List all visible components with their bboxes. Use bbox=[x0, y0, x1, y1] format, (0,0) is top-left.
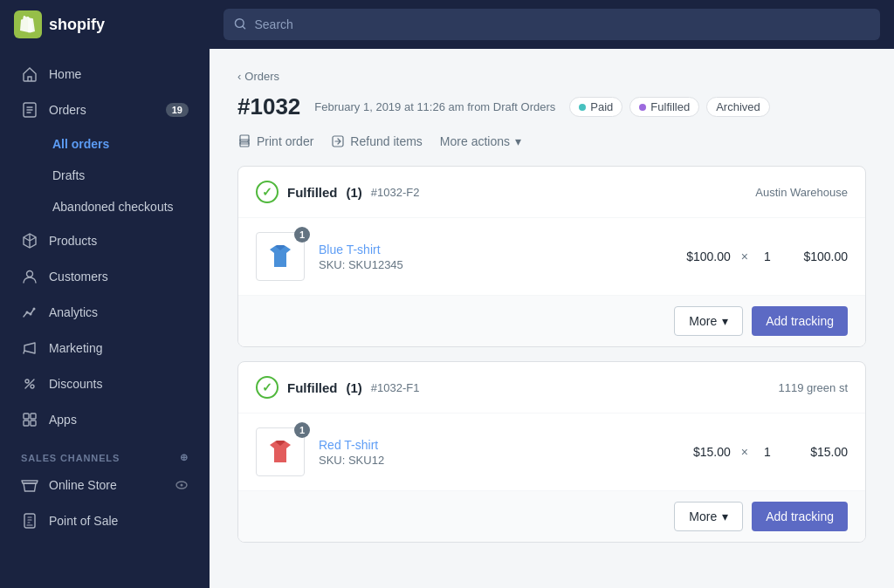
sidebar-label-analytics: Analytics bbox=[49, 305, 98, 319]
price-total-2: $15.00 bbox=[787, 445, 848, 459]
search-bar[interactable] bbox=[224, 9, 880, 40]
product-sku-1: SKU: SKU12345 bbox=[319, 258, 664, 271]
logo-text: shopify bbox=[49, 16, 105, 34]
print-order-button[interactable]: Print order bbox=[237, 134, 313, 148]
order-header: #1032 February 1, 2019 at 11:26 am from … bbox=[237, 93, 866, 120]
price-qty-1: 1 bbox=[759, 250, 776, 263]
fulfill-label-1: Fulfilled bbox=[287, 185, 338, 200]
product-price-2: $15.00 bbox=[678, 445, 731, 459]
fulfillment-card-1: ✓ Fulfilled (1) #1032-F2 Austin Warehous… bbox=[237, 166, 866, 347]
product-sku-2: SKU: SKU12 bbox=[319, 454, 664, 467]
product-img-wrap-1: 1 bbox=[256, 232, 305, 281]
more-chevron-1: ▾ bbox=[722, 314, 728, 328]
check-circle-1: ✓ bbox=[256, 181, 279, 203]
refund-items-button[interactable]: Refund items bbox=[331, 134, 422, 148]
sidebar-label-pos: Point of Sale bbox=[49, 514, 118, 528]
paid-label: Paid bbox=[590, 100, 613, 113]
order-meta: February 1, 2019 at 11:26 am from Draft … bbox=[314, 100, 555, 113]
orders-icon bbox=[21, 101, 38, 119]
svg-rect-12 bbox=[31, 420, 36, 426]
product-name-1[interactable]: Blue T-shirt bbox=[319, 243, 664, 256]
main-content: ‹ Orders #1032 February 1, 2019 at 11:26… bbox=[210, 49, 894, 588]
sidebar-item-analytics[interactable]: Analytics bbox=[7, 295, 203, 330]
price-multiply-1: × bbox=[741, 250, 748, 263]
fulfill-count-2: (1) bbox=[347, 380, 362, 395]
svg-point-14 bbox=[181, 484, 183, 487]
sidebar-item-orders[interactable]: Orders 19 bbox=[7, 92, 203, 127]
add-sales-channel-button[interactable]: ⊕ bbox=[180, 452, 189, 463]
sidebar-item-pos[interactable]: Point of Sale bbox=[7, 503, 203, 538]
breadcrumb[interactable]: ‹ Orders bbox=[237, 70, 866, 83]
add-tracking-button-2[interactable]: Add tracking bbox=[752, 502, 848, 531]
svg-point-18 bbox=[247, 140, 249, 142]
svg-point-3 bbox=[27, 271, 33, 277]
sidebar-label-products: Products bbox=[49, 234, 97, 248]
svg-rect-9 bbox=[24, 414, 29, 419]
order-number: #1032 bbox=[237, 93, 300, 120]
status-badge-paid: Paid bbox=[569, 97, 622, 117]
svg-point-8 bbox=[31, 385, 34, 388]
svg-rect-10 bbox=[31, 414, 36, 419]
svg-point-5 bbox=[30, 313, 32, 316]
sidebar-item-abandoned[interactable]: Abandoned checkouts bbox=[7, 191, 203, 222]
product-pricing-1: $100.00 × 1 $100.00 bbox=[678, 250, 848, 263]
sidebar-item-apps[interactable]: Apps bbox=[7, 402, 203, 437]
product-name-2[interactable]: Red T-shirt bbox=[319, 438, 664, 452]
search-icon bbox=[234, 17, 247, 31]
svg-rect-16 bbox=[240, 135, 249, 141]
blue-tshirt-icon bbox=[263, 239, 298, 274]
orders-badge: 19 bbox=[166, 103, 189, 117]
more-button-2[interactable]: More ▾ bbox=[674, 502, 743, 531]
fulfill-count-1: (1) bbox=[347, 185, 362, 200]
shopify-logo-icon bbox=[14, 10, 42, 38]
svg-rect-11 bbox=[24, 420, 29, 426]
sidebar-item-drafts[interactable]: Drafts bbox=[7, 160, 203, 191]
store-icon bbox=[21, 476, 38, 494]
price-multiply-2: × bbox=[741, 445, 748, 459]
warehouse-label-2: 1119 green st bbox=[778, 381, 848, 394]
price-qty-2: 1 bbox=[759, 445, 776, 459]
red-tshirt-icon bbox=[263, 434, 298, 469]
price-total-1: $100.00 bbox=[787, 250, 848, 263]
top-nav: shopify bbox=[0, 0, 894, 49]
sidebar-item-discounts[interactable]: Discounts bbox=[7, 366, 203, 401]
products-icon bbox=[21, 232, 38, 250]
sidebar-label-online-store: Online Store bbox=[49, 478, 117, 492]
fulfillment-header-1: ✓ Fulfilled (1) #1032-F2 Austin Warehous… bbox=[238, 167, 865, 218]
fulfillment-title-2: ✓ Fulfilled (1) #1032-F1 bbox=[256, 376, 420, 399]
fulfilled-dot bbox=[639, 104, 646, 111]
product-qty-badge-1: 1 bbox=[294, 227, 310, 243]
warehouse-label-1: Austin Warehouse bbox=[755, 186, 848, 199]
check-circle-2: ✓ bbox=[256, 376, 279, 399]
more-actions-button[interactable]: More actions ▾ bbox=[440, 134, 521, 148]
more-button-1[interactable]: More ▾ bbox=[674, 306, 743, 336]
logo-area: shopify bbox=[14, 10, 224, 38]
sales-channels-label: SALES CHANNELS ⊕ bbox=[0, 438, 210, 467]
sidebar-item-home[interactable]: Home bbox=[7, 57, 203, 92]
sidebar-item-customers[interactable]: Customers bbox=[7, 259, 203, 294]
fulfilled-label: Fulfilled bbox=[650, 100, 690, 113]
product-qty-badge-2: 1 bbox=[294, 422, 310, 438]
sidebar-item-all-orders[interactable]: All orders bbox=[7, 128, 203, 160]
sidebar-item-marketing[interactable]: Marketing bbox=[7, 331, 203, 366]
product-img-wrap-2: 1 bbox=[256, 427, 305, 476]
breadcrumb-label: Orders bbox=[244, 70, 279, 83]
sidebar-label-discounts: Discounts bbox=[49, 377, 102, 391]
product-row-2: 1 Red T-shirt SKU: SKU12 $15.00 × 1 $15.… bbox=[238, 414, 865, 490]
fulfillment-card-2: ✓ Fulfilled (1) #1032-F1 1119 green st bbox=[237, 361, 866, 543]
apps-icon bbox=[21, 411, 38, 428]
sidebar-item-online-store[interactable]: Online Store bbox=[7, 468, 203, 503]
status-badge-fulfilled: Fulfilled bbox=[629, 97, 699, 117]
svg-point-6 bbox=[33, 308, 36, 311]
product-row-1: 1 Blue T-shirt SKU: SKU12345 $100.00 × 1… bbox=[238, 218, 865, 295]
home-icon bbox=[21, 65, 38, 83]
sidebar-label-all-orders: All orders bbox=[52, 137, 109, 151]
search-input[interactable] bbox=[254, 17, 870, 31]
add-tracking-button-1[interactable]: Add tracking bbox=[752, 306, 848, 336]
fulfillment-header-2: ✓ Fulfilled (1) #1032-F1 1119 green st bbox=[238, 362, 865, 414]
sidebar-label-home: Home bbox=[49, 67, 81, 81]
sidebar-item-products[interactable]: Products bbox=[7, 223, 203, 258]
breadcrumb-chevron: ‹ bbox=[237, 70, 241, 83]
print-icon bbox=[237, 134, 251, 148]
customers-icon bbox=[21, 268, 38, 285]
